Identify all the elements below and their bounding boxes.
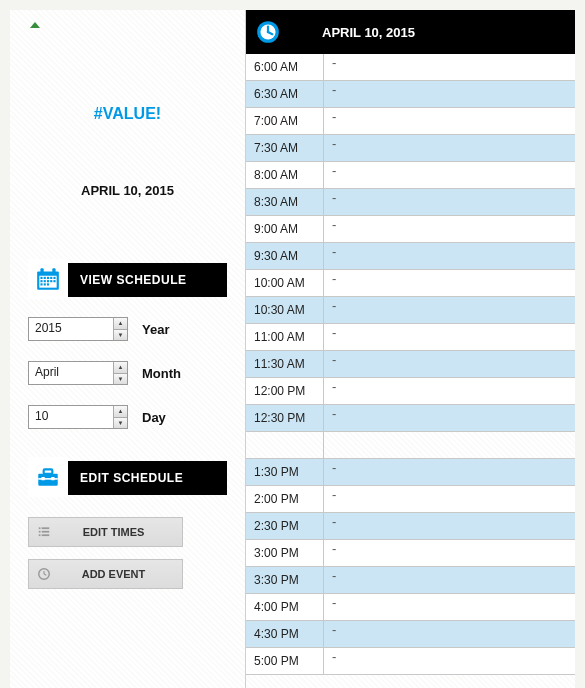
time-cell: 4:30 PM: [246, 621, 324, 647]
schedule-row[interactable]: 9:00 AM-: [246, 216, 575, 243]
time-cell: 11:00 AM: [246, 324, 324, 350]
schedule-row[interactable]: 2:30 PM-: [246, 513, 575, 540]
svg-rect-10: [50, 280, 52, 282]
svg-rect-16: [52, 268, 55, 273]
event-cell[interactable]: -: [324, 378, 575, 404]
month-value: April: [29, 362, 113, 384]
schedule-row[interactable]: 1:30 PM-: [246, 459, 575, 486]
edit-schedule-header: EDIT SCHEDULE: [28, 461, 227, 495]
svg-rect-14: [47, 283, 49, 285]
toolbox-icon: [28, 457, 68, 497]
event-cell[interactable]: [324, 432, 575, 458]
svg-rect-12: [40, 283, 42, 285]
schedule-row[interactable]: 5:00 PM-: [246, 648, 575, 675]
event-cell[interactable]: -: [324, 351, 575, 377]
view-schedule-label: VIEW SCHEDULE: [80, 273, 187, 287]
event-cell[interactable]: -: [324, 648, 575, 674]
event-cell[interactable]: -: [324, 270, 575, 296]
event-cell[interactable]: -: [324, 162, 575, 188]
schedule-row[interactable]: 11:30 AM-: [246, 351, 575, 378]
svg-line-30: [44, 574, 46, 575]
event-cell[interactable]: -: [324, 621, 575, 647]
event-cell[interactable]: -: [324, 189, 575, 215]
year-stepper-buttons: ▲ ▼: [113, 318, 127, 340]
time-cell: 12:30 PM: [246, 405, 324, 431]
schedule-row[interactable]: 11:00 AM-: [246, 324, 575, 351]
schedule-row[interactable]: 10:30 AM-: [246, 297, 575, 324]
schedule-row[interactable]: 6:30 AM-: [246, 81, 575, 108]
svg-rect-2: [40, 276, 42, 278]
svg-rect-24: [39, 531, 41, 533]
event-cell[interactable]: -: [324, 108, 575, 134]
svg-rect-9: [47, 280, 49, 282]
svg-rect-7: [40, 280, 42, 282]
schedule-row[interactable]: 6:00 AM-: [246, 54, 575, 81]
year-label: Year: [142, 322, 169, 337]
edit-times-label: EDIT TIMES: [59, 526, 182, 538]
svg-rect-5: [50, 276, 52, 278]
schedule-panel: APRIL 10, 2015 6:00 AM-6:30 AM-7:00 AM-7…: [245, 10, 575, 688]
event-cell[interactable]: -: [324, 567, 575, 593]
svg-rect-18: [38, 478, 58, 480]
event-cell[interactable]: -: [324, 243, 575, 269]
schedule-row[interactable]: 7:00 AM-: [246, 108, 575, 135]
year-down-button[interactable]: ▼: [114, 330, 127, 341]
month-label: Month: [142, 366, 181, 381]
event-cell[interactable]: -: [324, 216, 575, 242]
svg-rect-15: [40, 268, 43, 273]
schedule-row[interactable]: [246, 432, 575, 459]
day-stepper-buttons: ▲ ▼: [113, 406, 127, 428]
corner-marker-icon: [30, 22, 40, 28]
schedule-row[interactable]: 8:00 AM-: [246, 162, 575, 189]
svg-rect-19: [44, 469, 53, 473]
svg-rect-22: [39, 527, 41, 529]
month-up-button[interactable]: ▲: [114, 362, 127, 374]
event-cell[interactable]: -: [324, 594, 575, 620]
value-error-text: #VALUE!: [28, 105, 227, 123]
edit-schedule-label: EDIT SCHEDULE: [80, 471, 183, 485]
month-stepper[interactable]: April ▲ ▼: [28, 361, 128, 385]
schedule-row[interactable]: 4:00 PM-: [246, 594, 575, 621]
year-stepper[interactable]: 2015 ▲ ▼: [28, 317, 128, 341]
event-cell[interactable]: -: [324, 459, 575, 485]
event-cell[interactable]: -: [324, 54, 575, 80]
svg-point-35: [267, 31, 270, 34]
event-cell[interactable]: -: [324, 486, 575, 512]
svg-rect-20: [42, 477, 45, 480]
time-cell: 1:30 PM: [246, 459, 324, 485]
schedule-row[interactable]: 8:30 AM-: [246, 189, 575, 216]
event-cell[interactable]: -: [324, 135, 575, 161]
time-cell: 2:00 PM: [246, 486, 324, 512]
day-down-button[interactable]: ▼: [114, 418, 127, 429]
schedule-row[interactable]: 3:00 PM-: [246, 540, 575, 567]
time-cell: 8:30 AM: [246, 189, 324, 215]
event-cell[interactable]: -: [324, 324, 575, 350]
day-up-button[interactable]: ▲: [114, 406, 127, 418]
event-cell[interactable]: -: [324, 405, 575, 431]
schedule-row[interactable]: 10:00 AM-: [246, 270, 575, 297]
schedule-row[interactable]: 12:00 PM-: [246, 378, 575, 405]
event-cell[interactable]: -: [324, 297, 575, 323]
left-panel: #VALUE! APRIL 10, 2015 VIEW SCHEDULE 201…: [10, 10, 245, 688]
svg-rect-21: [51, 477, 54, 480]
clock-header-icon: [246, 10, 290, 54]
time-cell: 9:00 AM: [246, 216, 324, 242]
schedule-row[interactable]: 4:30 PM-: [246, 621, 575, 648]
month-down-button[interactable]: ▼: [114, 374, 127, 385]
schedule-row[interactable]: 7:30 AM-: [246, 135, 575, 162]
schedule-row[interactable]: 3:30 PM-: [246, 567, 575, 594]
time-cell: 3:30 PM: [246, 567, 324, 593]
time-cell: 5:00 PM: [246, 648, 324, 674]
add-event-button[interactable]: ADD EVENT: [28, 559, 183, 589]
schedule-row[interactable]: 12:30 PM-: [246, 405, 575, 432]
month-row: April ▲ ▼ Month: [28, 361, 227, 385]
event-cell[interactable]: -: [324, 513, 575, 539]
schedule-row[interactable]: 2:00 PM-: [246, 486, 575, 513]
edit-times-button[interactable]: EDIT TIMES: [28, 517, 183, 547]
event-cell[interactable]: -: [324, 540, 575, 566]
year-up-button[interactable]: ▲: [114, 318, 127, 330]
day-stepper[interactable]: 10 ▲ ▼: [28, 405, 128, 429]
time-cell: 3:00 PM: [246, 540, 324, 566]
schedule-row[interactable]: 9:30 AM-: [246, 243, 575, 270]
event-cell[interactable]: -: [324, 81, 575, 107]
